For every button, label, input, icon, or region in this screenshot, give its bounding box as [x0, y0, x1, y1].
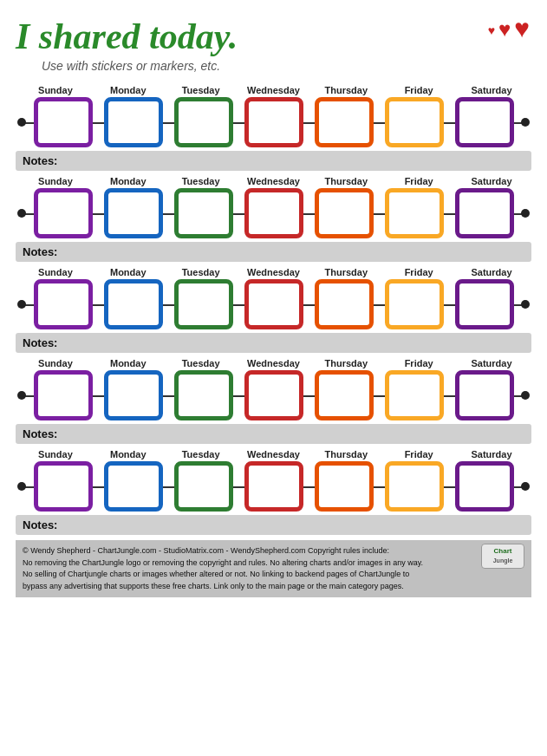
days-header-5: Sunday Monday Tuesday Wednesday Thursday… — [16, 449, 531, 459]
box-wednesday-2[interactable] — [244, 188, 303, 238]
day-label-sunday-2: Sunday — [23, 176, 88, 186]
box-friday-3[interactable] — [385, 279, 444, 329]
day-label-friday-2: Friday — [386, 176, 452, 186]
dot-right-2 — [521, 209, 530, 218]
timeline-row-2 — [16, 188, 531, 238]
box-monday-5[interactable] — [104, 461, 163, 512]
box-saturday-2[interactable] — [455, 188, 514, 238]
day-label-saturday-3: Saturday — [459, 267, 524, 277]
boxes-row-3 — [26, 279, 521, 329]
dot-left-3 — [17, 300, 26, 309]
day-label-thursday-1: Thursday — [313, 85, 379, 95]
box-friday-5[interactable] — [385, 461, 444, 512]
dot-left-1 — [17, 118, 26, 127]
box-saturday-3[interactable] — [455, 279, 514, 329]
box-saturday-5[interactable] — [455, 461, 514, 512]
day-label-thursday-4: Thursday — [313, 358, 379, 368]
box-tuesday-2[interactable] — [174, 188, 233, 238]
box-friday-4[interactable] — [385, 370, 444, 420]
days-header-4: Sunday Monday Tuesday Wednesday Thursday… — [16, 358, 531, 368]
day-label-tuesday-1: Tuesday — [168, 85, 234, 95]
box-wednesday-5[interactable] — [244, 461, 303, 512]
timeline-row-4 — [16, 370, 531, 420]
box-wednesday-3[interactable] — [244, 279, 303, 329]
notes-bar-1: Notes: — [16, 151, 531, 171]
box-sunday-5[interactable] — [34, 461, 93, 512]
day-label-wednesday-3: Wednesday — [240, 267, 306, 277]
footer-line-1: © Wendy Shepherd - ChartJungle.com - Stu… — [23, 545, 524, 557]
title-block: I shared today. Use with stickers or mar… — [16, 16, 238, 80]
day-label-sunday-1: Sunday — [23, 85, 88, 95]
day-label-thursday-5: Thursday — [313, 449, 379, 459]
week-row-5: Sunday Monday Tuesday Wednesday Thursday… — [16, 449, 531, 535]
boxes-row-2 — [26, 188, 521, 238]
box-monday-1[interactable] — [104, 97, 163, 147]
dot-right-5 — [521, 482, 530, 491]
day-label-monday-2: Monday — [95, 176, 161, 186]
boxes-row-4 — [26, 370, 521, 420]
day-label-wednesday-4: Wednesday — [240, 358, 306, 368]
heart-small-icon: ♥ — [488, 24, 495, 36]
box-monday-3[interactable] — [104, 279, 163, 329]
day-label-saturday-4: Saturday — [459, 358, 524, 368]
day-label-saturday-1: Saturday — [459, 85, 524, 95]
days-header-1: Sunday Monday Tuesday Wednesday Thursday… — [16, 85, 531, 95]
footer-line-4: bypass any advertising that supports the… — [23, 581, 524, 593]
day-label-tuesday-2: Tuesday — [168, 176, 234, 186]
day-label-monday-4: Monday — [95, 358, 161, 368]
box-monday-2[interactable] — [104, 188, 163, 238]
day-label-monday-3: Monday — [95, 267, 161, 277]
notes-bar-5: Notes: — [16, 515, 531, 535]
day-label-saturday-2: Saturday — [459, 176, 524, 186]
box-saturday-1[interactable] — [455, 97, 514, 147]
box-friday-1[interactable] — [385, 97, 444, 147]
footer-line-3: No selling of Chartjungle charts or imag… — [23, 569, 524, 581]
timeline-row-1 — [16, 97, 531, 147]
box-thursday-4[interactable] — [315, 370, 374, 420]
box-tuesday-1[interactable] — [174, 97, 233, 147]
box-wednesday-4[interactable] — [244, 370, 303, 420]
box-saturday-4[interactable] — [455, 370, 514, 420]
box-tuesday-3[interactable] — [174, 279, 233, 329]
hearts-decoration: ♥ ♥ ♥ — [488, 16, 530, 42]
logo-subtext: Jungle — [486, 557, 519, 566]
dot-right-3 — [521, 300, 530, 309]
box-thursday-1[interactable] — [315, 97, 374, 147]
week-row-3: Sunday Monday Tuesday Wednesday Thursday… — [16, 267, 531, 353]
week-row-1: Sunday Monday Tuesday Wednesday Thursday… — [16, 85, 531, 171]
day-label-wednesday-5: Wednesday — [240, 449, 306, 459]
day-label-friday-5: Friday — [386, 449, 452, 459]
boxes-row-1 — [26, 97, 521, 147]
day-label-monday-5: Monday — [95, 449, 161, 459]
box-wednesday-1[interactable] — [244, 97, 303, 147]
dot-left-2 — [17, 209, 26, 218]
day-label-tuesday-4: Tuesday — [168, 358, 234, 368]
heart-medium-icon: ♥ — [498, 19, 511, 40]
box-friday-2[interactable] — [385, 188, 444, 238]
notes-bar-2: Notes: — [16, 242, 531, 262]
box-tuesday-4[interactable] — [174, 370, 233, 420]
box-sunday-3[interactable] — [34, 279, 93, 329]
day-label-friday-4: Friday — [386, 358, 452, 368]
day-label-sunday-3: Sunday — [23, 267, 88, 277]
box-sunday-2[interactable] — [34, 188, 93, 238]
box-monday-4[interactable] — [104, 370, 163, 420]
box-thursday-2[interactable] — [315, 188, 374, 238]
subtitle: Use with stickers or markers, etc. — [42, 59, 238, 73]
box-thursday-5[interactable] — [315, 461, 374, 512]
footer-logo: Chart Jungle — [481, 544, 524, 569]
notes-bar-3: Notes: — [16, 333, 531, 353]
box-thursday-3[interactable] — [315, 279, 374, 329]
week-row-4: Sunday Monday Tuesday Wednesday Thursday… — [16, 358, 531, 444]
day-label-monday-1: Monday — [95, 85, 161, 95]
box-sunday-1[interactable] — [34, 97, 93, 147]
dot-left-5 — [17, 482, 26, 491]
box-tuesday-5[interactable] — [174, 461, 233, 512]
footer: Chart Jungle © Wendy Shepherd - ChartJun… — [16, 540, 531, 597]
timeline-row-3 — [16, 279, 531, 329]
box-sunday-4[interactable] — [34, 370, 93, 420]
days-header-3: Sunday Monday Tuesday Wednesday Thursday… — [16, 267, 531, 277]
logo-text: Chart — [486, 546, 519, 557]
notes-bar-4: Notes: — [16, 424, 531, 444]
heart-large-icon: ♥ — [514, 16, 530, 42]
